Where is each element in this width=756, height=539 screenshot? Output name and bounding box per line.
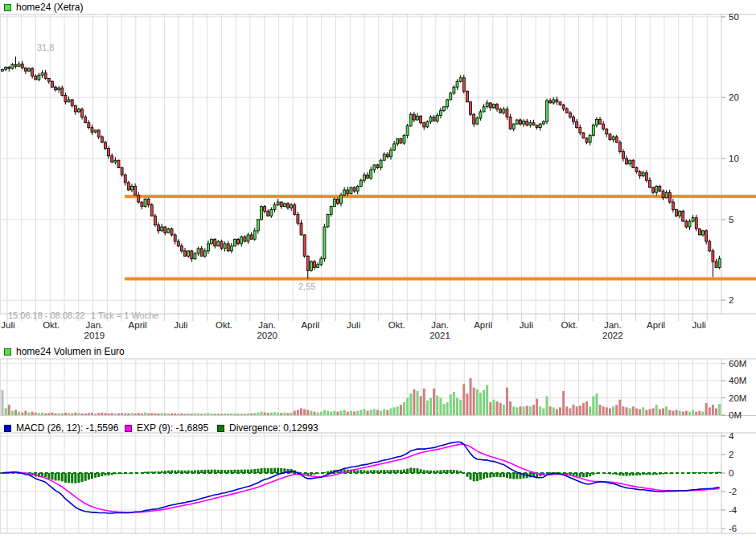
- candle-body: [184, 251, 187, 256]
- divergence-bar: [124, 473, 126, 474]
- divergence-bar: [380, 470, 382, 473]
- divergence-bar: [443, 470, 446, 473]
- support-line: [125, 278, 756, 281]
- x-axis-label: Juli: [692, 320, 706, 330]
- volume-bar: [592, 396, 594, 415]
- divergence-bar: [161, 471, 163, 473]
- x-axis-year-label: 2022: [602, 331, 623, 340]
- candle-body: [277, 202, 279, 205]
- candle-body: [406, 125, 409, 135]
- divergence-bar: [423, 470, 425, 473]
- divergence-bar: [582, 473, 585, 477]
- volume-bar: [383, 409, 385, 415]
- volume-bar: [111, 413, 113, 415]
- candle-body: [659, 186, 661, 191]
- volume-bar: [247, 414, 249, 415]
- candle-body: [459, 78, 462, 81]
- divergence-bar: [592, 473, 594, 475]
- price-low-annotation: 2,55: [298, 282, 315, 291]
- candle-body: [542, 121, 544, 124]
- candle-body: [77, 109, 80, 112]
- exp-swatch-icon: [125, 425, 132, 432]
- volume-bar: [532, 405, 535, 415]
- volume-bar: [180, 414, 183, 415]
- volume-bar: [55, 414, 57, 415]
- divergence-bar: [167, 471, 170, 473]
- volume-bar: [612, 406, 614, 415]
- candle-body: [164, 227, 166, 232]
- volume-bar: [197, 414, 199, 415]
- volume-bar: [512, 406, 515, 415]
- divergence-bar: [642, 473, 644, 475]
- volume-bar: [227, 414, 229, 415]
- x-axis-label: Jan.: [258, 320, 276, 330]
- series-swatch-icon: [4, 4, 11, 11]
- volume-bar: [376, 410, 379, 415]
- candle-body: [569, 113, 571, 117]
- divergence-bar: [68, 473, 70, 483]
- candle-body: [423, 123, 425, 127]
- divergence-bar: [393, 470, 396, 473]
- candle-body: [317, 265, 319, 268]
- volume-bar: [244, 414, 246, 415]
- divergence-bar: [244, 470, 246, 473]
- candle-body: [88, 123, 90, 128]
- candle-body: [217, 241, 220, 246]
- divergence-bar: [383, 470, 385, 473]
- volume-bar: [233, 414, 236, 415]
- volume-bar: [174, 414, 176, 415]
- candle-body: [615, 137, 618, 142]
- macd-value-label: MACD (26, 12): -1,5596: [16, 422, 118, 434]
- divergence-bar: [450, 470, 452, 473]
- volume-bar: [108, 414, 110, 415]
- volume-bar: [314, 412, 316, 415]
- volume-bar: [264, 413, 266, 415]
- volume-bar: [443, 404, 446, 415]
- volume-bar: [433, 389, 435, 415]
- divergence-bar: [612, 473, 614, 475]
- divergence-bar: [51, 473, 53, 479]
- candle-body: [84, 117, 87, 123]
- volume-bar: [317, 413, 319, 415]
- x-axis-label: April: [129, 320, 147, 330]
- x-axis-label: Okt.: [388, 320, 405, 330]
- x-axis-label: Juli: [520, 320, 533, 330]
- candle-body: [420, 116, 422, 122]
- volume-bar: [51, 413, 53, 415]
- volume-bar: [565, 406, 568, 415]
- candle-body: [5, 68, 7, 70]
- candle-body: [203, 251, 206, 256]
- volume-bar: [343, 410, 346, 415]
- divergence-bar: [273, 468, 276, 473]
- divergence-bar: [459, 471, 462, 473]
- divergence-bar: [147, 471, 150, 473]
- volume-bar: [340, 411, 343, 415]
- volume-bar: [5, 408, 7, 415]
- divergence-bar: [200, 470, 203, 473]
- candle-body: [94, 130, 97, 132]
- divergence-bar: [356, 470, 359, 473]
- volume-bar: [158, 414, 160, 415]
- volume-bar: [702, 412, 705, 415]
- volume-bar: [499, 403, 502, 415]
- volume-bar: [327, 411, 329, 415]
- candle-body: [496, 105, 499, 109]
- volume-bar: [556, 409, 558, 415]
- candle-body: [174, 235, 176, 241]
- volume-bar: [370, 410, 372, 415]
- x-axis-label: Okt.: [561, 320, 578, 330]
- candle-body: [237, 239, 240, 244]
- candle-body: [61, 88, 64, 95]
- divergence-bar: [668, 473, 671, 474]
- exp-value-label: EXP (9): -1,6895: [137, 422, 208, 434]
- candle-body: [545, 101, 548, 121]
- volume-bar: [336, 412, 339, 415]
- divergence-bar: [506, 473, 508, 478]
- volume-bar: [147, 414, 150, 415]
- macd-line: [2, 442, 720, 514]
- divergence-bar: [609, 473, 611, 474]
- volume-bar: [290, 413, 293, 415]
- candle-body: [562, 105, 565, 109]
- volume-bar: [393, 407, 396, 415]
- candle-body: [698, 228, 701, 235]
